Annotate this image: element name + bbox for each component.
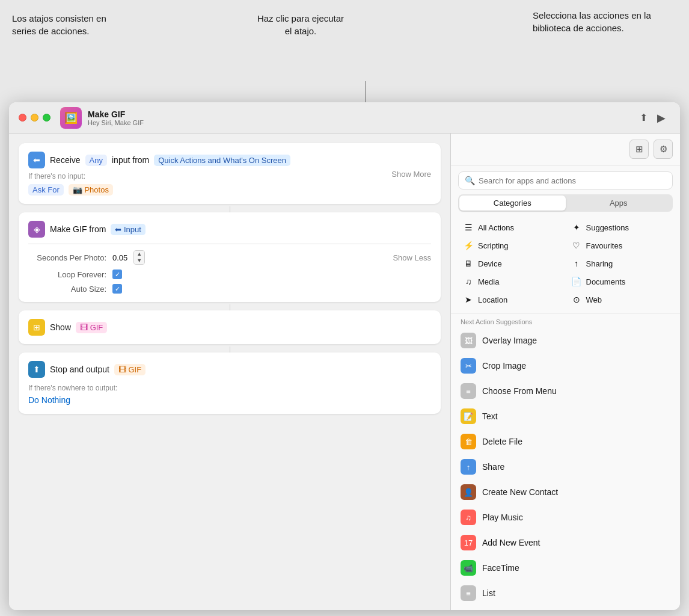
show-label: Show [50, 322, 71, 332]
do-nothing-button[interactable]: Do Nothing [28, 395, 70, 405]
category-suggestions[interactable]: ✦ Suggestions [566, 219, 673, 236]
titlebar: 🖼️ Make GIF Hey Siri, Make GIF ⬆ ▶ [9, 102, 680, 134]
delete-file-icon: 🗑 [461, 434, 476, 449]
list-item-text[interactable]: 📝 Text [451, 404, 680, 429]
fullscreen-button[interactable] [43, 114, 51, 122]
stop-sub-label: If there's nowhere to output: [28, 384, 431, 392]
connector-2 [230, 304, 230, 310]
receive-label-prefix: Receive [50, 155, 81, 165]
seconds-label: Seconds Per Photo: [28, 253, 106, 262]
category-sharing[interactable]: ↑ Sharing [566, 255, 673, 272]
seconds-value: 0.05 [112, 253, 127, 262]
tab-apps[interactable]: Apps [566, 196, 672, 211]
make-gif-show-less[interactable]: Show Less [393, 253, 431, 262]
category-location[interactable]: ➤ Location [458, 291, 565, 308]
ask-for-badge[interactable]: Ask For [28, 184, 64, 196]
app-icon: 🖼️ [60, 107, 82, 129]
make-gif-icon: ◈ [28, 221, 45, 238]
action-receive: ⬅ Receive Any input from Quick Actions a… [19, 143, 441, 204]
content-area: ⬅ Receive Any input from Quick Actions a… [9, 134, 680, 610]
param-loop: Loop Forever: ✓ [28, 270, 431, 279]
param-seconds: Seconds Per Photo: 0.05 ▲ ▼ [28, 250, 431, 265]
tab-bar: Categories Apps [458, 194, 673, 212]
list-item-voice-memo[interactable]: 🎙 Record a new voice memo [451, 606, 680, 610]
list-item-facetime[interactable]: 📹 FaceTime [451, 555, 680, 581]
list-item-choose-menu[interactable]: ≡ Choose From Menu [451, 378, 680, 404]
search-icon: 🔍 [465, 176, 475, 185]
connector-3 [230, 346, 230, 353]
callout-right: Selecciona las acciones en la biblioteca… [533, 9, 653, 34]
connector-1 [230, 206, 230, 212]
minimize-button[interactable] [31, 114, 38, 122]
loop-checkbox[interactable]: ✓ [112, 270, 122, 279]
receive-badge-source[interactable]: Quick Actions and What's On Screen [154, 155, 290, 166]
callout-center: Haz clic para ejecutar el atajo. [253, 12, 349, 37]
show-gif-badge[interactable]: 🎞 GIF [76, 322, 107, 333]
category-favourites[interactable]: ♡ Favourites [566, 237, 673, 254]
list-item-overlay-image[interactable]: 🖼 Overlay Image [451, 328, 680, 353]
share-button[interactable]: ⬆ [634, 109, 652, 127]
tab-categories[interactable]: Categories [459, 196, 566, 211]
action-stop: ⬆ Stop and output 🎞 GIF If there's nowhe… [19, 353, 441, 414]
library-toolbar: ⊞ ⚙ [451, 134, 680, 165]
list-item-list[interactable]: ≡ List [451, 581, 680, 606]
filter-button[interactable]: ⚙ [654, 140, 673, 159]
list-icon: ≡ [461, 585, 476, 601]
loop-label: Loop Forever: [28, 270, 106, 279]
receive-badge-any[interactable]: Any [85, 155, 107, 166]
param-autosize: Auto Size: ✓ [28, 284, 431, 294]
receive-icon: ⬅ [28, 152, 45, 168]
divider-1 [28, 244, 431, 244]
share-icon: ↑ [461, 459, 476, 475]
action-make-gif: ◈ Make GIF from ⬅ Input Show Less Second… [19, 212, 441, 302]
category-documents[interactable]: 📄 Documents [566, 273, 673, 290]
stepper-down[interactable]: ▼ [134, 257, 144, 264]
stop-icon: ⬆ [28, 361, 45, 378]
crop-image-icon: ✂ [461, 358, 476, 374]
list-item-share[interactable]: ↑ Share [451, 454, 680, 479]
receive-sub-label: If there's no input: [28, 172, 431, 180]
add-action-button[interactable]: ⊞ [629, 140, 649, 159]
add-event-icon: 17 [461, 535, 476, 550]
search-bar: 🔍 [458, 171, 673, 189]
category-media[interactable]: ♫ Media [458, 273, 565, 290]
list-item-crop-image[interactable]: ✂ Crop Image [451, 353, 680, 378]
close-button[interactable] [19, 114, 26, 122]
make-gif-input-badge[interactable]: ⬅ Input [111, 224, 145, 235]
library-pane: ⊞ ⚙ 🔍 Categories Apps ☰ All Actions [451, 134, 680, 610]
list-item-play-music[interactable]: ♫ Play Music [451, 505, 680, 530]
category-all-actions[interactable]: ☰ All Actions [458, 219, 565, 236]
play-music-icon: ♫ [461, 510, 476, 525]
search-input[interactable] [479, 176, 666, 185]
stop-gif-badge[interactable]: 🎞 GIF [114, 364, 145, 375]
receive-label-mid: input from [112, 155, 149, 165]
callout-left: Los atajos consisten en series de accion… [12, 12, 132, 37]
category-web[interactable]: ⊙ Web [566, 291, 673, 308]
seconds-stepper[interactable]: ▲ ▼ [133, 250, 145, 265]
show-icon: ⊞ [28, 319, 45, 336]
photos-badge[interactable]: 📷 Photos [69, 184, 113, 196]
window-title: Make GIF [88, 109, 144, 119]
category-scripting[interactable]: ⚡ Scripting [458, 237, 565, 254]
run-button[interactable]: ▶ [652, 109, 670, 127]
action-list: Next Action Suggestions 🖼 Overlay Image … [451, 313, 680, 610]
make-gif-label: Make GIF from [50, 224, 106, 234]
autosize-checkbox[interactable]: ✓ [112, 284, 122, 294]
list-item-delete-file[interactable]: 🗑 Delete File [451, 429, 680, 454]
overlay-image-icon: 🖼 [461, 333, 476, 348]
category-device[interactable]: 🖥 Device [458, 255, 565, 272]
window-title-group: Make GIF Hey Siri, Make GIF [88, 109, 144, 126]
autosize-label: Auto Size: [28, 285, 106, 294]
main-window: 🖼️ Make GIF Hey Siri, Make GIF ⬆ ▶ ⬅ Rec… [9, 102, 680, 610]
receive-show-more[interactable]: Show More [391, 169, 431, 178]
traffic-lights [19, 114, 51, 122]
window-subtitle: Hey Siri, Make GIF [88, 119, 144, 126]
list-item-create-contact[interactable]: 👤 Create New Contact [451, 479, 680, 505]
list-item-add-event[interactable]: 17 Add New Event [451, 530, 680, 555]
action-show: ⊞ Show 🎞 GIF [19, 310, 441, 344]
facetime-icon: 📹 [461, 560, 476, 576]
stepper-up[interactable]: ▲ [134, 251, 144, 257]
suggestions-label: Next Action Suggestions [451, 313, 680, 328]
text-icon: 📝 [461, 408, 476, 424]
stop-label: Stop and output [50, 365, 109, 374]
